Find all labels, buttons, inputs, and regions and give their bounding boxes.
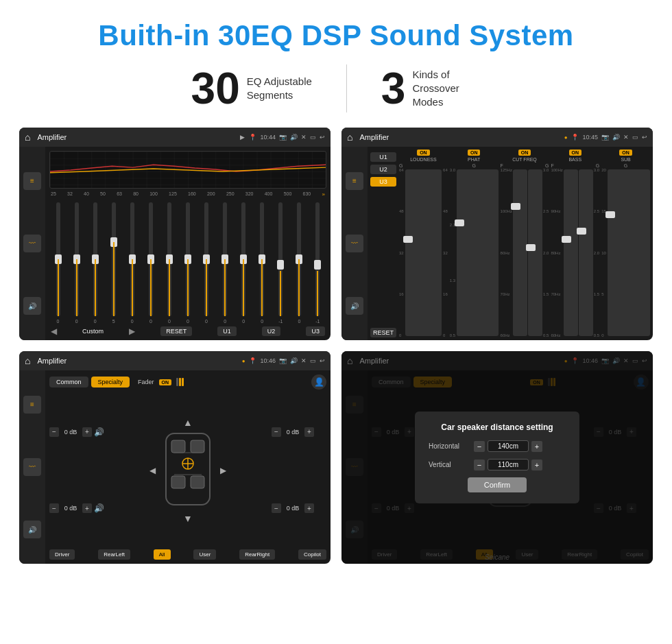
db-minus-2[interactable]: −	[49, 503, 59, 513]
db-minus-4[interactable]: −	[272, 503, 281, 513]
db-minus-3[interactable]: −	[272, 427, 281, 437]
db-minus-1[interactable]: −	[49, 427, 59, 437]
slider-track-14[interactable]	[297, 202, 301, 316]
slider-track-11[interactable]	[241, 202, 245, 316]
play-icon-1[interactable]: ▶	[240, 134, 245, 141]
close-icon-1[interactable]: ✕	[301, 134, 307, 141]
arrow-left[interactable]: ◀	[149, 466, 156, 475]
arrow-right[interactable]: ▶	[220, 466, 226, 475]
preset-u3[interactable]: U3	[370, 177, 396, 187]
slider-track-8[interactable]	[186, 202, 190, 316]
channel-cols: ON LOUDNESS G 644832160	[399, 150, 650, 337]
fader-on[interactable]: ON	[159, 379, 172, 385]
back-icon-3[interactable]: ↩	[320, 357, 325, 364]
db-plus-3[interactable]: +	[304, 427, 314, 437]
stats-row: 30 EQ AdjustableSegments 3 Kinds ofCross…	[0, 64, 672, 112]
back-icon-1[interactable]: ↩	[320, 134, 325, 141]
eq-container: ≡ 〰 🔊	[19, 147, 331, 340]
bass-slider-g[interactable]	[579, 169, 593, 336]
slider-track-9[interactable]	[204, 202, 208, 316]
dialog-vertical-minus[interactable]: −	[474, 460, 485, 470]
eq-freq-labels: 2532405063 80100125160200 25032040050063…	[49, 191, 326, 198]
preset-column: U1 U2 U3 RESET	[370, 150, 396, 337]
location-icon-2: 📍	[571, 134, 579, 141]
btn-user[interactable]: User	[193, 549, 216, 560]
bass-slider-f[interactable]	[564, 169, 578, 336]
db-plus-2[interactable]: +	[82, 503, 92, 513]
sp-icon-1[interactable]: ≡	[23, 396, 41, 414]
sub-slider[interactable]	[608, 169, 650, 336]
eq-icon-2[interactable]: 〰	[23, 235, 41, 252]
preset-u1[interactable]: U1	[370, 152, 396, 162]
next-btn[interactable]: ▶	[129, 326, 135, 336]
cutfreq-slider-f[interactable]	[513, 169, 527, 336]
db-plus-4[interactable]: +	[304, 503, 314, 513]
person-icon[interactable]: 👤	[311, 374, 326, 390]
eq-icon-1[interactable]: ≡	[23, 172, 41, 190]
speaker-top-row: Common Specialty Fader ON 👤	[49, 374, 326, 390]
slider-track-12[interactable]	[260, 202, 264, 316]
preset-reset[interactable]: RESET	[370, 328, 396, 337]
sp-icon-3[interactable]: 🔊	[23, 521, 41, 538]
dialog-horizontal-plus[interactable]: +	[531, 441, 542, 452]
fader-bar-1	[176, 378, 178, 386]
reset-btn-1[interactable]: RESET	[160, 326, 192, 336]
cx-icon-3[interactable]: 🔊	[346, 297, 363, 315]
bass-on[interactable]: ON	[569, 150, 582, 156]
status-bar-2: ⌂ Amplifier ● 📍 10:45 📷 🔊 ✕ ▭ ↩	[341, 128, 653, 147]
u2-btn-1[interactable]: U2	[262, 326, 281, 336]
db-control-1: − 0 dB + 🔊	[49, 427, 104, 437]
close-icon-2[interactable]: ✕	[623, 134, 629, 141]
db-plus-1[interactable]: +	[82, 427, 92, 437]
home-icon-3[interactable]: ⌂	[25, 355, 30, 366]
slider-track-6[interactable]	[149, 202, 153, 316]
crossover-stat: 3 Kinds ofCrossover Modes	[347, 67, 516, 110]
prev-btn[interactable]: ◀	[51, 326, 57, 336]
slider-track-5[interactable]	[130, 202, 134, 316]
home-icon-2[interactable]: ⌂	[347, 132, 352, 143]
cutfreq-slider-g[interactable]	[528, 169, 542, 336]
close-icon-3[interactable]: ✕	[301, 357, 307, 364]
slider-track-7[interactable]	[167, 202, 171, 316]
sub-on[interactable]: ON	[619, 150, 632, 156]
btn-rearleft[interactable]: RearLeft	[98, 549, 130, 560]
btn-rearright[interactable]: RearRight	[239, 549, 275, 560]
u1-btn-1[interactable]: U1	[217, 326, 237, 336]
status-bar-3: ⌂ Amplifier ● 📍 10:46 📷 🔊 ✕ ▭ ↩	[19, 351, 331, 370]
loudness-on[interactable]: ON	[417, 150, 430, 156]
eq-icon-3[interactable]: 🔊	[23, 297, 41, 315]
dialog-vertical-label: Vertical	[429, 461, 470, 468]
slider-track-1[interactable]	[56, 202, 60, 316]
home-icon-1[interactable]: ⌂	[25, 132, 30, 143]
loudness-slider[interactable]	[405, 169, 442, 336]
dialog-vertical-plus[interactable]: +	[531, 460, 542, 470]
phat-slider[interactable]	[457, 169, 498, 336]
tab-specialty[interactable]: Specialty	[91, 377, 130, 387]
u3-btn-1[interactable]: U3	[306, 326, 325, 336]
cutfreq-on[interactable]: ON	[518, 150, 531, 156]
arrow-up[interactable]: ▲	[183, 417, 193, 428]
cx-icon-1[interactable]: ≡	[346, 172, 363, 190]
db-control-3: − 0 dB +	[272, 427, 326, 437]
confirm-button[interactable]: Confirm	[468, 477, 527, 492]
btn-driver[interactable]: Driver	[49, 549, 75, 560]
slider-track-13[interactable]	[278, 202, 283, 316]
back-icon-2[interactable]: ↩	[642, 134, 647, 141]
preset-u2[interactable]: U2	[370, 165, 396, 174]
slider-track-4[interactable]	[112, 202, 116, 316]
btn-all[interactable]: All	[154, 549, 171, 560]
btn-copilot[interactable]: Copilot	[298, 549, 326, 560]
car-svg	[160, 428, 215, 510]
phat-on[interactable]: ON	[468, 150, 481, 156]
slider-track-10[interactable]	[223, 202, 227, 316]
crossover-number: 3	[381, 67, 406, 110]
cx-icon-2[interactable]: 〰	[346, 235, 363, 252]
slider-track-15[interactable]	[315, 202, 320, 316]
arrow-down[interactable]: ▼	[183, 513, 193, 524]
sp-icon-2[interactable]: 〰	[23, 458, 41, 476]
dialog-horizontal-label: Horizontal	[429, 442, 470, 450]
slider-track-2[interactable]	[75, 202, 79, 316]
dialog-horizontal-minus[interactable]: −	[474, 441, 485, 452]
tab-common[interactable]: Common	[49, 377, 88, 387]
slider-track-3[interactable]	[93, 202, 97, 316]
